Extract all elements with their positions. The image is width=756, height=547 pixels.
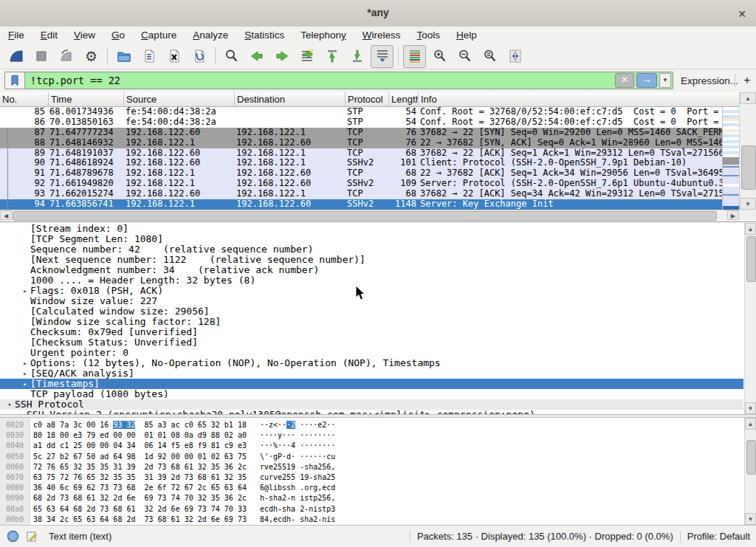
expression-button[interactable]: Expression... xyxy=(681,75,738,86)
detail-line[interactable]: [Calculated window size: 29056] xyxy=(0,306,743,317)
expand-arrow-icon[interactable] xyxy=(20,337,30,348)
filter-apply-icon[interactable]: → xyxy=(636,73,657,88)
hex-row[interactable]: 00a0 65 63 64 68 2d 73 68 61 32 2d 6e 69… xyxy=(0,504,743,515)
column-header-source[interactable]: Source xyxy=(124,92,235,107)
expand-arrow-icon[interactable]: ▾ xyxy=(4,399,15,410)
hex-row[interactable]: 0060 72 76 65 32 35 35 31 39 2d 73 68 61… xyxy=(0,462,743,472)
bytes-scroll-thumb[interactable] xyxy=(746,440,756,475)
add-filter-button[interactable]: + xyxy=(740,72,755,89)
filter-clear-icon[interactable]: ✕ xyxy=(615,73,634,88)
intelligent-scrollbar-minimap[interactable] xyxy=(722,107,739,210)
expand-arrow-icon[interactable] xyxy=(20,317,30,327)
menu-item[interactable]: File xyxy=(0,27,32,44)
expand-arrow-icon[interactable] xyxy=(20,234,30,244)
details-scroll-thumb[interactable] xyxy=(746,236,756,282)
zoom-out-icon[interactable] xyxy=(453,45,476,68)
capture-options-icon[interactable]: ⚙ xyxy=(80,45,103,68)
scroll-up-icon[interactable]: ▲ xyxy=(745,223,756,235)
restart-capture-icon[interactable] xyxy=(55,45,78,68)
stop-capture-icon[interactable] xyxy=(30,45,52,68)
expand-arrow-icon[interactable] xyxy=(20,275,30,286)
scroll-up-icon[interactable]: ▲ xyxy=(745,418,756,430)
packet-row[interactable]: 94 71.663856741 192.168.122.1 192.168.12… xyxy=(0,199,722,210)
hex-row[interactable]: 0070 63 75 72 76 65 32 35 35 31 39 2d 73… xyxy=(0,472,743,483)
hscroll-thumb[interactable] xyxy=(13,211,717,221)
detail-line[interactable]: ▸ Options: (12 bytes), No-Operation (NOP… xyxy=(0,358,743,368)
scroll-down-icon[interactable]: ▼ xyxy=(740,198,756,210)
packet-row[interactable]: 91 71.648789678 192.168.122.1 192.168.12… xyxy=(0,168,722,179)
expand-arrow-icon[interactable] xyxy=(20,389,30,399)
menu-item[interactable]: Tools xyxy=(409,27,449,44)
column-header-protocol[interactable]: Protocol xyxy=(346,92,389,107)
expand-arrow-icon[interactable] xyxy=(20,306,30,317)
expert-info-icon[interactable] xyxy=(6,530,19,543)
save-file-icon[interactable] xyxy=(137,45,160,68)
packet-row[interactable]: 89 71.648191037 192.168.122.60 192.168.1… xyxy=(0,148,722,159)
detail-line[interactable]: Checksum: 0x79ed [unverified] xyxy=(0,327,743,337)
go-forward-icon[interactable] xyxy=(270,45,293,68)
packet-row[interactable]: 90 71.648618924 192.168.122.60 192.168.1… xyxy=(0,158,722,168)
packet-row[interactable]: 85 68.001734936 fe:54:00:d4:38:2a STP 54… xyxy=(0,107,722,117)
packet-row[interactable]: 86 70.013850163 fe:54:00:d4:38:2a STP 54… xyxy=(0,117,722,128)
bookmark-icon[interactable] xyxy=(5,72,25,89)
filter-input[interactable]: !tcp.port == 22 ✕ → ▼ xyxy=(4,72,673,89)
expand-arrow-icon[interactable] xyxy=(20,224,30,234)
expand-arrow-icon[interactable] xyxy=(20,348,30,358)
scroll-down-icon[interactable]: ▼ xyxy=(745,402,756,414)
packet-row[interactable]: 92 71.661949820 192.168.122.1 192.168.12… xyxy=(0,179,722,189)
scroll-right-icon[interactable]: ▶ xyxy=(727,210,739,220)
detail-line[interactable]: ▸ Flags: 0x018 (PSH, ACK) xyxy=(0,286,743,296)
go-to-packet-icon[interactable] xyxy=(295,45,318,68)
expand-arrow-icon[interactable] xyxy=(20,255,30,265)
hex-row[interactable]: 0080 36 40 6c 69 62 73 73 68 2e 6f 72 67… xyxy=(0,483,743,493)
detail-line[interactable]: Urgent pointer: 0 xyxy=(0,348,743,358)
capture-comment-icon[interactable] xyxy=(25,530,38,543)
detail-line[interactable]: 1000 .... = Header Length: 32 bytes (8) xyxy=(0,275,743,286)
hex-row[interactable]: 0090 68 2d 73 68 61 32 2d 6e 69 73 74 70… xyxy=(0,493,743,503)
filter-value[interactable]: !tcp.port == 22 xyxy=(25,75,615,86)
menu-item[interactable]: Analyze xyxy=(185,27,236,44)
detail-line[interactable]: [Next sequence number: 1122 (relative se… xyxy=(0,255,743,265)
go-back-icon[interactable] xyxy=(245,45,268,68)
detail-line[interactable]: [TCP Segment Len: 1080] xyxy=(0,234,743,244)
expand-arrow-icon[interactable] xyxy=(20,327,30,337)
auto-scroll-icon[interactable] xyxy=(371,45,394,68)
packet-list-vscrollbar[interactable]: ▲ ▼ xyxy=(739,92,756,210)
menu-item[interactable]: Edit xyxy=(32,27,66,44)
column-header-info[interactable]: Info xyxy=(419,92,739,107)
column-header-length[interactable]: Length xyxy=(389,92,419,107)
hex-row[interactable]: 0030 80 18 00 e3 79 ed 00 00 01 01 08 0a… xyxy=(0,430,743,441)
menu-item[interactable]: Wireless xyxy=(354,27,409,44)
menu-item[interactable]: Telephony xyxy=(292,27,354,44)
scroll-down-icon[interactable]: ▼ xyxy=(745,513,756,525)
packet-row[interactable]: 93 71.662015274 192.168.122.60 192.168.1… xyxy=(0,189,722,199)
expand-arrow-icon[interactable] xyxy=(20,244,30,255)
menu-item[interactable]: Capture xyxy=(133,27,185,44)
scroll-up-icon[interactable]: ▲ xyxy=(740,92,756,104)
zoom-in-icon[interactable] xyxy=(428,45,451,68)
menu-item[interactable]: Help xyxy=(448,27,485,44)
scroll-left-icon[interactable]: ◀ xyxy=(0,210,12,220)
profile-label[interactable]: Profile: Default xyxy=(687,531,750,542)
detail-line[interactable]: TCP payload (1080 bytes) xyxy=(0,389,743,399)
hex-row[interactable]: 0040 a1 dd c1 25 00 00 04 34 06 14 f5 e8… xyxy=(0,441,743,451)
close-icon[interactable]: ✕ xyxy=(734,6,750,22)
expand-arrow-icon[interactable]: ▸ xyxy=(20,368,30,379)
go-to-bottom-icon[interactable] xyxy=(346,45,368,68)
hex-row[interactable]: 0050 5c 27 b2 67 50 ad 64 98 1d 92 00 00… xyxy=(0,452,743,462)
close-file-icon[interactable] xyxy=(162,45,185,68)
detail-line[interactable]: Sequence number: 42 (relative sequence n… xyxy=(0,244,743,255)
expand-arrow-icon[interactable]: ▸ xyxy=(20,286,30,296)
start-capture-icon[interactable] xyxy=(4,45,27,68)
zoom-reset-icon[interactable] xyxy=(478,45,501,68)
menu-item[interactable]: Go xyxy=(103,27,133,44)
open-file-icon[interactable] xyxy=(112,45,135,68)
colorize-icon[interactable] xyxy=(403,45,426,68)
packet-list-hscrollbar[interactable]: ◀ ▶ xyxy=(0,210,739,220)
reload-file-icon[interactable] xyxy=(188,45,210,68)
detail-line[interactable]: Window size value: 227 xyxy=(0,296,743,306)
hex-row[interactable]: 0020 c0 a8 7a 3c 00 16 93 32 85 a3 ac c0… xyxy=(0,420,743,430)
menu-item[interactable]: View xyxy=(66,27,103,44)
detail-line[interactable]: ▾ SSH Protocol xyxy=(0,399,743,410)
bytes-vscrollbar[interactable]: ▲ ▼ xyxy=(744,418,756,525)
